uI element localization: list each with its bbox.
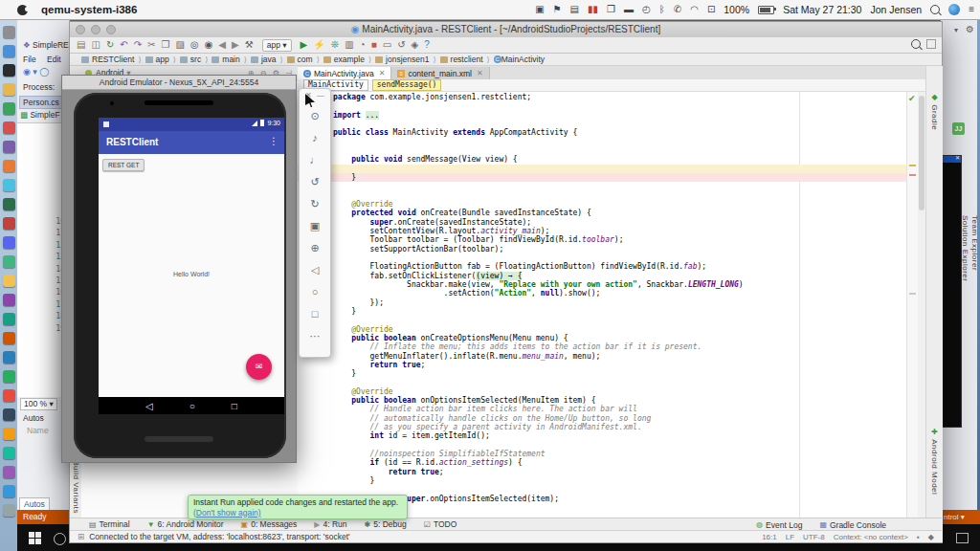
dock-icon[interactable] xyxy=(3,198,15,210)
wifi-icon[interactable]: ◠ xyxy=(690,0,699,19)
profiler-icon[interactable]: ◔ xyxy=(360,37,366,53)
rotate-right-icon[interactable]: ↻ xyxy=(300,198,330,209)
compile-icon[interactable]: ⚒ xyxy=(245,37,254,53)
tab-mainactivity-java[interactable]: C MainActivity.java✕ xyxy=(298,67,391,79)
toolwindow-toggle-icon[interactable]: ⊞ xyxy=(78,532,84,541)
siri-icon[interactable] xyxy=(948,4,960,15)
screenshot-icon[interactable]: ▣ xyxy=(300,220,330,231)
dock-icon[interactable] xyxy=(3,408,15,421)
line-separator[interactable]: LF xyxy=(786,533,794,541)
lock-icon[interactable]: ▪ xyxy=(917,533,920,541)
breadcrumb-item-jonsjensen1[interactable]: jonsjensen1 xyxy=(375,55,429,64)
antivirus-icon[interactable]: ⚑ xyxy=(553,0,562,19)
dock-icon[interactable] xyxy=(3,370,15,383)
dock-icon[interactable] xyxy=(3,217,15,230)
dock-icon[interactable] xyxy=(3,141,15,153)
window-icon[interactable]: ❐ xyxy=(607,0,615,19)
dock-icon[interactable] xyxy=(3,179,15,191)
dock-icon[interactable] xyxy=(3,236,15,249)
encoding[interactable]: UTF-8 xyxy=(803,533,825,541)
cortana-icon[interactable] xyxy=(54,533,66,545)
dock-icon[interactable] xyxy=(3,428,15,440)
dock-icon[interactable] xyxy=(3,64,15,77)
vs-tab-simple[interactable]: ▩ SimpleF xyxy=(20,110,60,120)
more-icon[interactable]: ⋯ xyxy=(300,330,330,342)
time-machine-icon[interactable]: ◴ xyxy=(642,0,651,19)
film-icon[interactable]: ▤ xyxy=(570,0,579,19)
tray-icon[interactable] xyxy=(956,533,969,543)
breadcrumb-item-mainactivity[interactable]: CMainActivity xyxy=(494,55,545,64)
studio-titlebar[interactable]: ◉ MainActivity.java - RESTClient - [~/An… xyxy=(70,22,942,38)
toolwindow-run[interactable]: ▶4: Run xyxy=(314,519,346,529)
toolwindow-android-monitor[interactable]: ▼6: Android Monitor xyxy=(147,519,224,529)
avatar[interactable]: JJ xyxy=(952,122,965,135)
nav-back-icon[interactable]: ◁ xyxy=(145,401,153,411)
vs-menu-edit[interactable]: Edit xyxy=(47,55,61,64)
breadcrumb-item-restclient[interactable]: restclient xyxy=(440,55,483,64)
dock-icon[interactable] xyxy=(3,389,15,402)
help-icon[interactable]: ? xyxy=(424,37,430,53)
toolwindow-debug[interactable]: ✱5: Debug xyxy=(365,519,407,529)
vs-zoom-select[interactable]: 100 % ▾ xyxy=(20,398,57,410)
volume-down-icon[interactable]: ♩ xyxy=(300,154,330,165)
dock-icon[interactable] xyxy=(3,121,15,134)
minimize-icon[interactable]: — xyxy=(317,91,324,99)
fab-button[interactable]: ✉ xyxy=(246,354,272,380)
start-button-icon[interactable] xyxy=(29,532,41,544)
dock-icon[interactable] xyxy=(3,275,15,287)
toolwindow-terminal[interactable]: ▤Terminal xyxy=(89,519,130,529)
overflow-menu-icon[interactable]: ⋮ xyxy=(269,136,278,146)
sdk-manager-icon[interactable]: ◈ xyxy=(412,37,419,53)
gradle-tab[interactable]: ◆ Gradle xyxy=(930,93,939,130)
paste-icon[interactable]: ▨ xyxy=(175,37,184,53)
apple-menu-icon[interactable] xyxy=(17,5,28,15)
tab-close-icon[interactable]: ✕ xyxy=(477,69,483,77)
breadcrumb-item-app[interactable]: app xyxy=(145,55,169,64)
android-model-tab[interactable]: ✚ Android Model xyxy=(930,428,939,495)
vs-tab-autos[interactable]: Autos xyxy=(19,497,50,511)
bluetooth-icon[interactable]: ᛒ xyxy=(659,0,665,19)
menubar-user[interactable]: Jon Jensen xyxy=(870,4,922,15)
volume-up-icon[interactable]: ♪ xyxy=(300,132,330,143)
dont-show-again-link[interactable]: (Don't show again) xyxy=(193,508,261,518)
pause-icon[interactable]: ▮▮ xyxy=(588,0,598,19)
open-icon[interactable]: ▤ xyxy=(77,37,85,53)
dock-icon[interactable] xyxy=(3,332,15,344)
power-icon[interactable]: ⊙ xyxy=(300,110,330,121)
screen-record-icon[interactable]: ▣ xyxy=(535,0,544,19)
editor-scrollbar[interactable] xyxy=(918,92,925,518)
coverage-icon[interactable]: ▥ xyxy=(345,37,353,53)
code-editor[interactable]: package com.example.jonsjensen1.restclie… xyxy=(298,92,906,518)
dock-icon[interactable] xyxy=(3,485,15,497)
find-icon[interactable]: ◎ xyxy=(190,37,199,53)
apply-changes-icon[interactable]: ⚡ xyxy=(313,37,324,53)
breadcrumb-item-restclient[interactable]: RESTClient xyxy=(81,55,134,64)
redo-icon[interactable]: ↷ xyxy=(134,37,142,53)
breadcrumb-item-example[interactable]: example xyxy=(323,55,365,64)
vs-menu-file[interactable]: File xyxy=(23,55,36,64)
chevron-down-icon[interactable]: ▾ xyxy=(954,26,958,34)
notification-center-icon[interactable]: ≡ xyxy=(969,0,974,19)
forward-icon[interactable]: ▶ xyxy=(232,37,239,53)
undo-icon[interactable]: ↶ xyxy=(120,37,127,53)
phone-icon[interactable]: ✆ xyxy=(674,0,681,19)
rest-get-button[interactable]: REST GET xyxy=(102,159,145,171)
dock-icon[interactable] xyxy=(3,351,15,364)
toolwindow-messages[interactable]: ▣0: Messages xyxy=(241,519,298,529)
dock-icon[interactable] xyxy=(3,313,15,325)
dock-icon[interactable] xyxy=(3,160,15,172)
sync-gradle-icon[interactable]: ↺ xyxy=(397,37,405,53)
breadcrumb-item-src[interactable]: src xyxy=(180,55,201,64)
phone-screen[interactable]: 9:30 RESTClient ⋮ REST GET Hello World! … xyxy=(99,118,284,414)
stop-icon[interactable]: ■ xyxy=(371,37,377,53)
display-dark-icon[interactable]: ▬ xyxy=(624,0,634,19)
toolwindow-gradle-console[interactable]: ▦Gradle Console xyxy=(819,520,886,530)
dock-icon[interactable] xyxy=(3,447,15,459)
back-icon[interactable]: ◀ xyxy=(218,37,226,53)
dock-icon[interactable] xyxy=(3,504,15,517)
toolwindow-event-log[interactable]: ◍Event Log xyxy=(756,520,802,530)
rotate-left-icon[interactable]: ↺ xyxy=(300,176,330,187)
close-icon[interactable]: ✕ xyxy=(955,154,960,161)
dock-icon[interactable] xyxy=(3,294,15,306)
nav-overview-icon[interactable]: □ xyxy=(232,401,237,411)
